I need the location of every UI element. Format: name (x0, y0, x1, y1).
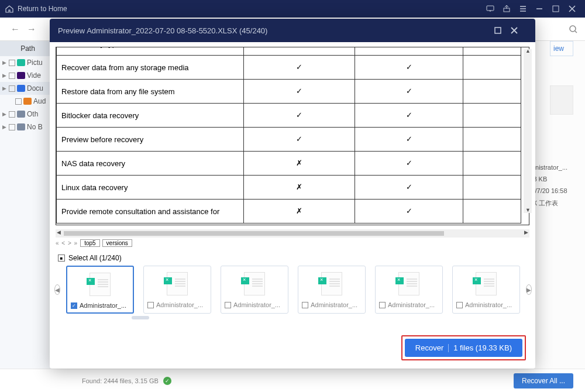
thumb-checkbox[interactable] (225, 302, 231, 308)
tree-checkbox[interactable] (9, 111, 15, 118)
thumb-checkbox[interactable] (302, 302, 308, 308)
chevron-right-icon[interactable]: ▶ (2, 85, 7, 91)
folder-icon (17, 111, 25, 118)
home-icon[interactable] (5, 4, 14, 13)
forward-arrow-icon[interactable]: → (23, 21, 40, 37)
menu-icon[interactable] (515, 1, 531, 17)
scrollbar-thumb[interactable] (64, 231, 444, 236)
thumb-checkbox[interactable] (147, 302, 154, 308)
svg-rect-0 (487, 6, 494, 11)
table-cell: ✓ (355, 56, 463, 80)
thumbnail[interactable]: Administrator_... (298, 266, 366, 314)
close-icon[interactable] (564, 1, 580, 17)
recover-all-button[interactable]: Recover All ... (514, 373, 573, 388)
scroll-up-icon[interactable]: ▲ (525, 48, 531, 54)
table-cell: ✓ (244, 56, 355, 80)
table-row: Restore data from any file system✓✓ (57, 80, 521, 104)
table-cell: ✓ (355, 176, 463, 200)
sheet-tab-versions[interactable]: versions (102, 239, 132, 247)
modal-close-icon[interactable] (511, 27, 527, 34)
recover-highlight: Recover 1 files (19.33 KB) (401, 335, 526, 360)
recover-button[interactable]: Recover 1 files (19.33 KB) (405, 339, 522, 357)
spreadsheet-grid: Recover any type of files✓✓Recover data … (50, 42, 535, 229)
tree-checkbox[interactable] (9, 124, 15, 130)
xlsx-file-icon (244, 272, 265, 295)
table-cell: ✗ (244, 152, 355, 176)
thumb-prev-icon[interactable]: ◀ (54, 284, 60, 295)
recover-detail: 1 files (19.33 KB) (453, 343, 512, 352)
maximize-icon[interactable] (548, 1, 564, 17)
view-button-bg[interactable]: iew (550, 41, 573, 56)
sidebar-item[interactable]: ▶Pictu (0, 56, 56, 69)
table-cell: ✗ (244, 200, 355, 223)
thumb-label: Administrator_... (156, 301, 203, 308)
scroll-left-icon[interactable]: ◀ (57, 229, 61, 235)
table-cell: NAS data recovery (57, 152, 244, 176)
folder-icon (23, 98, 32, 105)
thumbnail[interactable]: Administrator_... (452, 266, 520, 314)
sheet-tab-top5[interactable]: top5 (80, 239, 99, 247)
table-cell: Linux data recovery (57, 176, 244, 200)
share-icon[interactable] (498, 1, 515, 17)
back-arrow-icon[interactable]: ← (7, 21, 23, 37)
thumbnail[interactable]: Administrator_... (375, 266, 443, 314)
sidebar-item[interactable]: ▶No B (0, 121, 56, 133)
tree-checkbox[interactable] (15, 98, 22, 105)
table-row: Recover data from any storage media✓✓ (57, 56, 521, 80)
tree-label: No B (27, 123, 43, 131)
folder-icon (17, 123, 25, 130)
table-row: Provide remote consultation and assistan… (57, 200, 521, 223)
table-cell: ✓ (355, 104, 463, 128)
select-all-checkbox[interactable]: ■ (58, 255, 65, 262)
thumb-label: Administrator_... (311, 301, 357, 308)
table-row: Preview before recovery✓✓ (57, 128, 521, 152)
thumb-next-icon[interactable]: ▶ (526, 284, 532, 295)
scroll-right-icon[interactable]: ▶ (524, 229, 528, 235)
sidebar-item[interactable]: ▶Vide (0, 69, 56, 82)
comment-icon[interactable] (482, 1, 498, 17)
chevron-right-icon[interactable]: ▶ (2, 124, 7, 130)
select-all-row[interactable]: ■ Select All (1/240) (50, 248, 535, 266)
return-home-link[interactable]: Return to Home (18, 5, 67, 13)
tree-checkbox[interactable] (9, 73, 15, 79)
thumbnail[interactable]: Administrator_... (221, 266, 288, 314)
scroll-down-icon[interactable]: ▼ (525, 207, 531, 213)
sidebar-item[interactable]: ▶Oth (0, 108, 56, 121)
vertical-scrollbar[interactable]: ▲ ▼ (524, 49, 532, 213)
sidebar-item[interactable]: Aud (0, 95, 56, 108)
tree-label: Vide (27, 71, 41, 80)
chevron-right-icon[interactable]: ▶ (2, 111, 7, 117)
table-cell: Preview before recovery (57, 128, 244, 152)
thumb-label: Administrator_... (80, 302, 126, 309)
sidebar-item[interactable]: ▶Docu (0, 82, 56, 95)
path-header: Path (0, 41, 56, 56)
table-cell (463, 128, 521, 152)
svg-point-3 (570, 26, 576, 32)
table-cell: Bitlocker data recovery (57, 104, 244, 128)
chevron-right-icon[interactable]: ▶ (2, 60, 7, 66)
sheet-nav-arrows[interactable]: « < > » (56, 240, 78, 246)
table-cell: ✓ (355, 152, 463, 176)
table-cell (463, 200, 521, 223)
thumbnail[interactable]: ✓Administrator_... (66, 266, 134, 314)
search-icon[interactable] (569, 25, 578, 34)
table-row: Bitlocker data recovery✓✓ (57, 104, 521, 128)
thumbnail[interactable]: Administrator_... (143, 266, 211, 314)
horizontal-scrollbar[interactable]: ◀ ▶ (56, 229, 529, 238)
sidebar: Path ▶Pictu▶Vide▶DocuAud▶Oth▶No B (0, 41, 56, 369)
table-cell (463, 176, 521, 200)
thumb-checkbox[interactable] (379, 302, 386, 308)
modal-maximize-icon[interactable] (494, 27, 511, 34)
xlsx-file-icon (321, 272, 342, 295)
thumb-checkbox[interactable] (456, 302, 463, 308)
minimize-icon[interactable] (531, 1, 548, 17)
thumb-label: Administrator_... (465, 301, 512, 308)
chevron-right-icon[interactable]: ▶ (2, 73, 7, 78)
table-cell (463, 47, 521, 56)
thumb-checkbox[interactable]: ✓ (71, 302, 77, 309)
tree-checkbox[interactable] (9, 85, 15, 92)
doc-placeholder-icon (550, 85, 573, 115)
thumb-scrollbar[interactable] (61, 316, 524, 319)
tree-checkbox[interactable] (9, 60, 15, 66)
preview-modal: Preview Administrator_2022-07-20 08-58-5… (50, 19, 535, 369)
